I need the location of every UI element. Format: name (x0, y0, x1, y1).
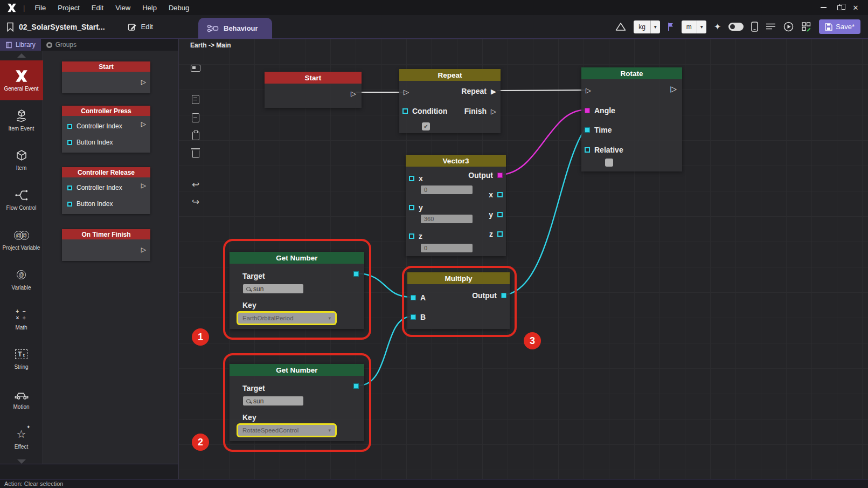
node-rotate[interactable]: Rotate ▷ ▷ Angle Time Relative (581, 67, 682, 171)
exec-in-pin[interactable]: ▷ (404, 88, 409, 95)
exec-out-pin[interactable]: ▷ (351, 90, 356, 97)
node-repeat[interactable]: Repeat ▷ Repeat ▶ Condition Finish ▷ ✔ (399, 69, 501, 133)
condition-pin[interactable] (402, 108, 408, 114)
grid-edit-icon[interactable] (801, 22, 811, 32)
category-project-variable[interactable]: @ @ Project Variable (0, 219, 43, 259)
scroll-up-icon[interactable] (17, 53, 26, 58)
tab-behaviour[interactable]: Behaviour (198, 18, 272, 39)
remove-script-button[interactable] (189, 111, 202, 124)
category-string[interactable]: T t String (0, 339, 43, 379)
edit-button[interactable]: Edit (128, 22, 153, 31)
get-number-output-pin[interactable] (353, 271, 359, 277)
menu-view[interactable]: View (109, 4, 136, 12)
key-dropdown[interactable]: RotateSpeedControl ▾ (238, 425, 335, 436)
menu-file[interactable]: File (29, 4, 52, 12)
menu-help[interactable]: Help (136, 4, 163, 12)
palette-card-on-timer-finish[interactable]: On Timer Finish ▷ (62, 229, 150, 261)
palette-card-controller-release[interactable]: Controller Release ▷ Controller Index Bu… (62, 167, 150, 214)
time-pin[interactable] (585, 127, 590, 133)
pin-label-z: z (419, 232, 422, 240)
tab-groups[interactable]: Groups (41, 39, 82, 51)
relative-checkbox[interactable] (605, 159, 613, 167)
toggle-icon[interactable] (728, 23, 744, 31)
x-in-pin[interactable] (409, 176, 414, 181)
b-pin[interactable] (411, 314, 416, 320)
palette-card-controller-press[interactable]: Controller Press ▷ Controller Index Butt… (62, 106, 150, 153)
delete-button[interactable] (189, 148, 202, 161)
condition-checkbox[interactable]: ✔ (422, 122, 430, 130)
minimize-button[interactable] (815, 0, 831, 15)
string-t-glyph: t (23, 353, 25, 358)
category-item-event[interactable]: Item Event (0, 100, 43, 140)
length-unit-value: m (682, 23, 697, 31)
undo-button[interactable]: ↩ (189, 178, 202, 191)
key-dropdown[interactable]: EarthOrbitalPeriod ▾ (238, 313, 335, 324)
mass-unit-select[interactable]: kg ▾ (634, 20, 660, 33)
z-out-pin[interactable] (497, 231, 503, 237)
category-variable[interactable]: @ Variable (0, 259, 43, 299)
exec-pin-icon: ▷ (141, 246, 146, 253)
y-out-pin[interactable] (497, 212, 503, 217)
sparkle-icon[interactable]: ✦ (714, 22, 721, 32)
save-label: Save* (836, 23, 855, 31)
y-in-pin[interactable] (409, 205, 414, 210)
exec-out-pin[interactable]: ▷ (491, 108, 496, 115)
breadcrumb[interactable]: Earth -> Main (190, 42, 231, 49)
target-search-field[interactable]: sun (243, 396, 303, 405)
flag-icon[interactable] (668, 22, 674, 31)
phone-icon[interactable] (751, 22, 758, 32)
scroll-down-icon[interactable] (17, 459, 26, 464)
node-multiply[interactable]: Multiply A Output B (407, 272, 510, 329)
item-event-icon (15, 109, 29, 123)
a-pin[interactable] (411, 295, 416, 300)
play-circle-icon[interactable] (783, 22, 794, 32)
category-general-event[interactable]: General Event (0, 60, 43, 100)
menu-project[interactable]: Project (52, 4, 85, 12)
new-script-button[interactable] (189, 93, 202, 106)
tab-library[interactable]: Library (0, 39, 41, 51)
redo-button[interactable]: ↪ (189, 195, 202, 208)
fit-view-button[interactable] (189, 61, 202, 74)
save-button[interactable]: Save* (819, 19, 860, 34)
node-get-number-1[interactable]: Get Number Target sun Key EarthOrbitalPe… (230, 252, 364, 329)
z-value-field[interactable]: 0 (421, 244, 473, 252)
palette-card-start[interactable]: Start ▷ (62, 61, 150, 93)
prism-icon[interactable] (615, 22, 626, 31)
close-button[interactable]: ✕ (848, 0, 864, 15)
get-number-output-pin[interactable] (353, 383, 359, 389)
multiply-output-pin[interactable] (501, 293, 506, 298)
menu-debug[interactable]: Debug (163, 4, 195, 12)
maximize-button[interactable] (831, 0, 848, 15)
copy-button[interactable] (189, 129, 202, 142)
exec-out-pin[interactable]: ▶ (491, 88, 496, 95)
length-unit-select[interactable]: m ▾ (682, 20, 706, 33)
target-search-field[interactable]: sun (243, 284, 303, 293)
node-vector3[interactable]: Vector3 Output x 0 x y 360 y z 0 z (406, 155, 506, 256)
category-math[interactable]: + − × ÷ Math (0, 299, 43, 339)
palette-card-title: Controller Press (62, 106, 150, 116)
list-icon[interactable] (766, 23, 776, 31)
node-start[interactable]: Start ▷ (265, 72, 362, 108)
string-T-glyph: T (18, 350, 22, 358)
category-flow-control[interactable]: Flow Control (0, 180, 43, 219)
trash-icon (192, 150, 199, 158)
category-effect[interactable]: ☆ ✦ Effect (0, 418, 43, 458)
x-value-field[interactable]: 0 (421, 185, 473, 194)
mass-unit-value: kg (634, 23, 650, 31)
y-value-field[interactable]: 360 (421, 215, 473, 223)
bottom-left-strip (0, 464, 178, 479)
relative-pin[interactable] (585, 147, 590, 153)
x-out-pin[interactable] (497, 192, 503, 197)
exec-in-pin[interactable]: ▷ (586, 87, 591, 94)
category-motion[interactable]: Motion (0, 379, 43, 418)
angle-pin[interactable] (585, 108, 590, 113)
exec-out-pin[interactable]: ▷ (670, 85, 677, 93)
z-in-pin[interactable] (409, 233, 414, 239)
vector3-output-pin[interactable] (497, 173, 503, 178)
node-get-number-2[interactable]: Get Number Target sun Key RotateSpeedCon… (230, 364, 364, 441)
category-label: Variable (12, 285, 31, 291)
menu-edit[interactable]: Edit (86, 4, 109, 12)
category-item[interactable]: Item (0, 140, 43, 180)
document-icon (192, 95, 199, 104)
graph-canvas[interactable]: Earth -> Main ↩ ↪ Start ▷ Repeat ▷ Repea… (178, 39, 868, 479)
